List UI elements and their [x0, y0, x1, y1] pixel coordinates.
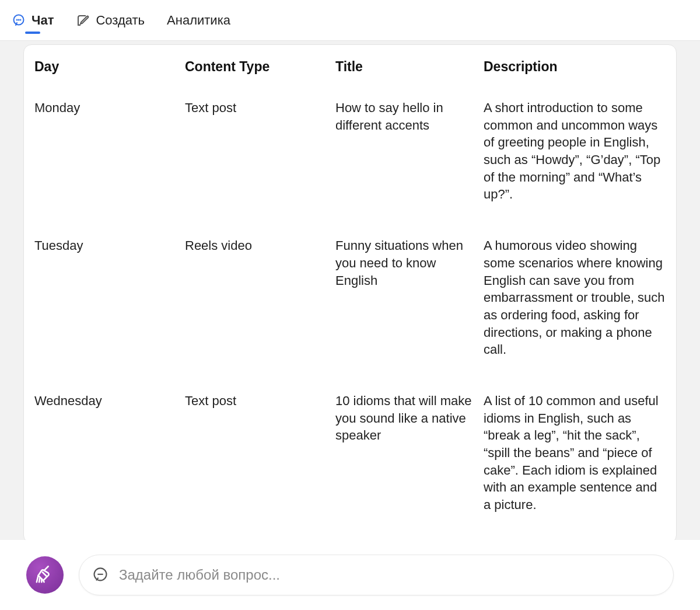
tab-chat-label: Чат — [32, 13, 54, 28]
cell-day: Tuesday — [29, 226, 179, 382]
tab-analytics-label: Аналитика — [167, 13, 230, 28]
cell-description: A short introduction to some common and … — [478, 89, 671, 226]
col-header-title: Title — [330, 45, 478, 89]
col-header-day: Day — [29, 45, 179, 89]
svg-point-2 — [19, 19, 19, 20]
compose-icon — [76, 13, 90, 27]
table-row: Monday Text post How to say hello in dif… — [29, 89, 671, 226]
cell-description: A humorous video showing some scenarios … — [478, 226, 671, 382]
ask-input-container[interactable] — [79, 555, 674, 595]
cell-description: A list of 10 common and useful idioms in… — [478, 382, 671, 537]
cell-content-type: Reels video — [179, 226, 330, 382]
broom-icon — [35, 564, 55, 586]
cell-title: Funny situations when you need to know E… — [330, 226, 478, 382]
table-row: Tuesday Reels video Funny situations whe… — [29, 226, 671, 382]
ask-input[interactable] — [119, 567, 660, 583]
ask-bar — [0, 540, 700, 610]
table-row: Wednesday Text post 10 idioms that will … — [29, 382, 671, 537]
table-header-row: Day Content Type Title Description — [29, 45, 671, 89]
cell-title: 10 idioms that will make you sound like … — [330, 382, 478, 537]
cell-day: Monday — [29, 89, 179, 226]
svg-point-1 — [17, 19, 18, 20]
content-card: Day Content Type Title Description Monda… — [23, 44, 677, 540]
cell-title: How to say hello in different accents — [330, 89, 478, 226]
svg-point-3 — [20, 19, 21, 20]
main-viewport: Day Content Type Title Description Monda… — [0, 41, 700, 540]
tab-analytics[interactable]: Аналитика — [166, 2, 232, 39]
clear-chat-button[interactable] — [26, 556, 64, 594]
content-plan-table: Day Content Type Title Description Monda… — [29, 45, 671, 540]
chat-bubble-outline-icon — [92, 567, 108, 583]
cell-day: Wednesday — [29, 382, 179, 537]
tab-chat[interactable]: Чат — [10, 2, 55, 39]
tab-create-label: Создать — [96, 13, 145, 28]
tab-create[interactable]: Создать — [75, 2, 146, 39]
col-header-content-type: Content Type — [179, 45, 330, 89]
top-nav-bar: Чат Создать Аналитика — [0, 0, 700, 41]
chat-bubble-icon — [12, 13, 26, 27]
cell-content-type: Text post — [179, 89, 330, 226]
cell-content-type: Text post — [179, 382, 330, 537]
col-header-description: Description — [478, 45, 671, 89]
